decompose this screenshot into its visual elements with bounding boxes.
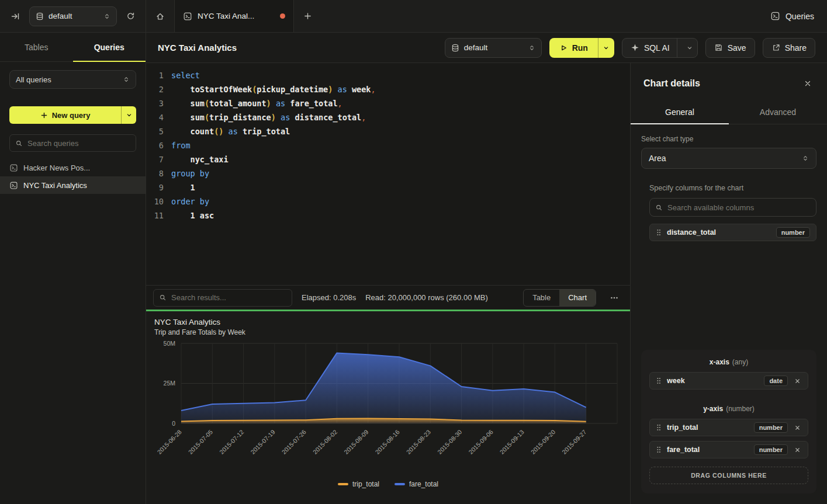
line-numbers: 1234567891011 bbox=[146, 68, 164, 285]
drag-handle-icon bbox=[656, 377, 662, 385]
tab-strip: NYC Taxi Anal... bbox=[146, 0, 321, 32]
x-axis-label: x-axis bbox=[710, 358, 729, 366]
close-icon bbox=[794, 447, 801, 453]
chart-titles: NYC Taxi Analytics Trip and Fare Totals … bbox=[146, 311, 630, 339]
refresh-icon bbox=[126, 12, 135, 20]
columns-search-input[interactable] bbox=[667, 203, 811, 212]
column-chip-distance-total[interactable]: distance_total number bbox=[649, 224, 816, 241]
query-list-item-hacker-news[interactable]: Hacker News Pos... bbox=[0, 159, 146, 176]
legend-item-trip_total[interactable]: trip_total bbox=[338, 480, 379, 488]
x-axis-chip-week[interactable]: week date bbox=[649, 372, 808, 390]
query-list: Hacker News Pos... NYC Taxi Analytics bbox=[0, 159, 146, 194]
query-search bbox=[9, 134, 136, 152]
chart-details-title: Chart details bbox=[643, 78, 700, 89]
toolbar: NYC Taxi Analytics default Run SQL AI bbox=[146, 33, 827, 63]
y-axis-heading: y-axis(number) bbox=[649, 405, 808, 413]
svg-text:2015-07-05: 2015-07-05 bbox=[187, 428, 214, 456]
svg-text:2015-07-19: 2015-07-19 bbox=[249, 428, 276, 456]
close-icon bbox=[794, 425, 801, 431]
divider bbox=[677, 39, 677, 57]
new-query-label: New query bbox=[52, 111, 91, 120]
share-icon bbox=[771, 43, 780, 52]
sql-ai-caret[interactable] bbox=[682, 44, 697, 51]
chart-type-select[interactable]: Area bbox=[641, 148, 816, 169]
y-axis-hint: (number) bbox=[726, 405, 755, 413]
database-selector-value: default bbox=[49, 12, 99, 20]
plus-icon bbox=[303, 12, 312, 20]
y-axis-chip-fare-total[interactable]: fare_total number bbox=[649, 441, 808, 458]
new-tab-button[interactable] bbox=[294, 0, 321, 32]
query-filter-select[interactable]: All queries bbox=[9, 70, 136, 89]
x-axis-hint: (any) bbox=[732, 358, 748, 366]
topbar-right: Queries bbox=[770, 0, 827, 32]
query-file-icon bbox=[9, 181, 18, 190]
legend-label: fare_total bbox=[409, 480, 438, 488]
drag-handle-icon bbox=[656, 446, 662, 454]
view-toggle-table[interactable]: Table bbox=[524, 290, 559, 306]
query-search-input[interactable] bbox=[27, 139, 130, 148]
drop-zone[interactable]: DRAG COLUMNS HERE bbox=[649, 467, 808, 484]
sidebar-collapse-button[interactable] bbox=[8, 9, 22, 23]
queries-button[interactable]: Queries bbox=[770, 11, 814, 21]
column-type-badge: number bbox=[754, 444, 788, 455]
save-button[interactable]: Save bbox=[705, 38, 755, 58]
sql-ai-button[interactable]: SQL AI bbox=[622, 38, 698, 58]
close-icon bbox=[804, 79, 812, 88]
sidebar-tab-tables[interactable]: Tables bbox=[0, 33, 73, 61]
play-icon bbox=[559, 44, 568, 52]
sql-editor[interactable]: 1234567891011 select toStartOfWeek(picku… bbox=[146, 63, 630, 285]
database-selector[interactable]: default bbox=[29, 6, 117, 26]
svg-text:2015-08-09: 2015-08-09 bbox=[342, 428, 370, 456]
close-icon bbox=[794, 378, 801, 384]
results-search-input[interactable] bbox=[171, 293, 286, 302]
remove-column-button[interactable] bbox=[793, 446, 802, 454]
svg-text:25M: 25M bbox=[164, 380, 175, 387]
close-panel-button[interactable] bbox=[801, 77, 814, 90]
tab-general[interactable]: General bbox=[631, 100, 729, 124]
toolbar-database-selector[interactable]: default bbox=[445, 38, 542, 58]
x-axis-heading: x-axis(any) bbox=[649, 358, 808, 366]
topbar-left: default bbox=[0, 0, 146, 32]
remove-column-button[interactable] bbox=[793, 423, 802, 432]
refresh-button[interactable] bbox=[124, 9, 137, 23]
ellipsis-icon bbox=[610, 293, 619, 303]
tab-nyc-taxi-analytics[interactable]: NYC Taxi Anal... bbox=[174, 0, 294, 32]
view-toggle-chart[interactable]: Chart bbox=[559, 290, 596, 306]
column-name: fare_total bbox=[667, 446, 749, 454]
save-label: Save bbox=[728, 43, 746, 53]
more-options-button[interactable] bbox=[605, 289, 623, 307]
topbar: default NYC Taxi Anal... Queries bbox=[0, 0, 827, 33]
area-chart: 025M50M2015-06-282015-07-052015-07-12201… bbox=[146, 339, 630, 479]
search-icon bbox=[159, 294, 167, 301]
share-button[interactable]: Share bbox=[763, 38, 815, 58]
svg-text:2015-08-16: 2015-08-16 bbox=[373, 428, 401, 456]
share-label: Share bbox=[785, 43, 807, 53]
chevron-down-icon bbox=[686, 44, 693, 51]
tab-advanced[interactable]: Advanced bbox=[729, 100, 827, 124]
new-query-caret-button[interactable] bbox=[121, 106, 136, 124]
columns-search bbox=[649, 198, 816, 217]
run-button[interactable]: Run bbox=[549, 38, 598, 58]
query-item-label: Hacker News Pos... bbox=[23, 164, 90, 172]
chart-details-tabs: General Advanced bbox=[631, 100, 827, 124]
legend-item-fare_total[interactable]: fare_total bbox=[395, 480, 438, 488]
search-icon bbox=[15, 140, 23, 147]
spacer bbox=[649, 436, 808, 441]
sidebar-tab-queries[interactable]: Queries bbox=[73, 33, 146, 61]
run-caret-button[interactable] bbox=[598, 38, 614, 58]
y-axis-chip-trip-total[interactable]: trip_total number bbox=[649, 419, 808, 436]
svg-text:2015-09-27: 2015-09-27 bbox=[560, 428, 588, 456]
remove-column-button[interactable] bbox=[793, 377, 802, 385]
new-query-button[interactable]: New query bbox=[9, 106, 121, 124]
chart-details-body: Select chart type Area Specify columns f… bbox=[631, 124, 827, 504]
sidebar: Tables Queries All queries New query bbox=[0, 33, 146, 504]
elapsed-stat: Elapsed: 0.208s bbox=[302, 293, 356, 302]
tab-home[interactable] bbox=[146, 0, 174, 32]
legend-label: trip_total bbox=[352, 480, 379, 488]
svg-text:2015-08-30: 2015-08-30 bbox=[436, 428, 463, 456]
collapse-sidebar-icon bbox=[11, 12, 20, 21]
query-list-item-nyc-taxi[interactable]: NYC Taxi Analytics bbox=[0, 176, 146, 194]
svg-text:2015-08-23: 2015-08-23 bbox=[405, 428, 432, 456]
run-label: Run bbox=[572, 43, 588, 53]
chart-title: NYC Taxi Analytics bbox=[154, 318, 622, 326]
